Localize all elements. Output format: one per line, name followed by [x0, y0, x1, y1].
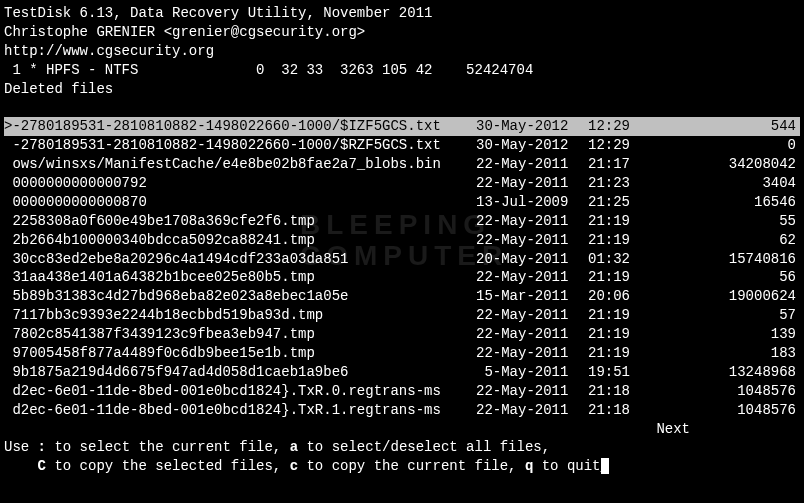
- file-date: 22-May-2011: [476, 231, 588, 250]
- file-date: 30-May-2012: [476, 136, 588, 155]
- file-time: 19:51: [588, 363, 646, 382]
- file-size: 139: [646, 325, 800, 344]
- file-row[interactable]: 7802c8541387f3439123c9fbea3eb947.tmp22-M…: [4, 325, 800, 344]
- file-name: d2ec-6e01-11de-8bed-001e0bcd1824}.TxR.0.…: [4, 382, 476, 401]
- mode-line: Deleted files: [4, 80, 800, 99]
- file-size: 1048576: [646, 401, 800, 420]
- file-time: 21:23: [588, 174, 646, 193]
- file-row[interactable]: 2b2664b100000340bdcca5092ca88241.tmp22-M…: [4, 231, 800, 250]
- file-name: 31aa438e1401a64382b1bcee025e80b5.tmp: [4, 268, 476, 287]
- file-size: 34208042: [646, 155, 800, 174]
- partition-line: 1 * HPFS - NTFS 0 32 33 3263 105 42 5242…: [4, 61, 800, 80]
- file-date: 22-May-2011: [476, 155, 588, 174]
- file-size: 16546: [646, 193, 800, 212]
- file-name: 30cc83ed2ebe8a20296c4a1494cdf233a03da851: [4, 250, 476, 269]
- file-row[interactable]: >-2780189531-2810810882-1498022660-1000/…: [4, 117, 800, 136]
- file-time: 21:18: [588, 401, 646, 420]
- file-date: 15-Mar-2011: [476, 287, 588, 306]
- file-row[interactable]: d2ec-6e01-11de-8bed-001e0bcd1824}.TxR.0.…: [4, 382, 800, 401]
- file-time: 21:19: [588, 212, 646, 231]
- file-row[interactable]: d2ec-6e01-11de-8bed-001e0bcd1824}.TxR.1.…: [4, 401, 800, 420]
- file-time: 20:06: [588, 287, 646, 306]
- file-name: 2b2664b100000340bdcca5092ca88241.tmp: [4, 231, 476, 250]
- file-date: 22-May-2011: [476, 382, 588, 401]
- file-time: 21:19: [588, 231, 646, 250]
- file-row[interactable]: 7117bb3c9393e2244b18ecbbd519ba93d.tmp22-…: [4, 306, 800, 325]
- file-time: 12:29: [588, 136, 646, 155]
- file-name: 2258308a0f600e49be1708a369cfe2f6.tmp: [4, 212, 476, 231]
- file-size: 19000624: [646, 287, 800, 306]
- file-size: 13248968: [646, 363, 800, 382]
- file-size: 183: [646, 344, 800, 363]
- file-date: 30-May-2012: [476, 117, 588, 136]
- file-time: 21:19: [588, 306, 646, 325]
- file-size: 3404: [646, 174, 800, 193]
- file-time: 21:25: [588, 193, 646, 212]
- file-name: >-2780189531-2810810882-1498022660-1000/…: [4, 117, 476, 136]
- file-name: 0000000000000792: [4, 174, 476, 193]
- file-size: 57: [646, 306, 800, 325]
- file-row[interactable]: 000000000000087013-Jul-200921:2516546: [4, 193, 800, 212]
- url-line: http://www.cgsecurity.org: [4, 42, 800, 61]
- file-date: 5-May-2011: [476, 363, 588, 382]
- file-name: d2ec-6e01-11de-8bed-001e0bcd1824}.TxR.1.…: [4, 401, 476, 420]
- file-time: 01:32: [588, 250, 646, 269]
- file-time: 21:17: [588, 155, 646, 174]
- file-name: ows/winsxs/ManifestCache/e4e8be02b8fae2a…: [4, 155, 476, 174]
- file-name: 5b89b31383c4d27bd968eba82e023a8ebec1a05e: [4, 287, 476, 306]
- app-title: TestDisk 6.13, Data Recovery Utility, No…: [4, 4, 800, 23]
- file-name: 7117bb3c9393e2244b18ecbbd519ba93d.tmp: [4, 306, 476, 325]
- file-row[interactable]: 9b1875a219d4d6675f947ad4d058d1caeb1a9be6…: [4, 363, 800, 382]
- file-name: 0000000000000870: [4, 193, 476, 212]
- file-size: 0: [646, 136, 800, 155]
- file-size: 55: [646, 212, 800, 231]
- file-date: 22-May-2011: [476, 268, 588, 287]
- file-row[interactable]: 31aa438e1401a64382b1bcee025e80b5.tmp22-M…: [4, 268, 800, 287]
- file-time: 21:18: [588, 382, 646, 401]
- file-date: 22-May-2011: [476, 325, 588, 344]
- file-name: 97005458f877a4489f0c6db9bee15e1b.tmp: [4, 344, 476, 363]
- file-date: 22-May-2011: [476, 306, 588, 325]
- help-line-1: Use : to select the current file, a to s…: [4, 438, 800, 457]
- file-time: 12:29: [588, 117, 646, 136]
- file-date: 22-May-2011: [476, 174, 588, 193]
- file-row[interactable]: 97005458f877a4489f0c6db9bee15e1b.tmp22-M…: [4, 344, 800, 363]
- file-date: 13-Jul-2009: [476, 193, 588, 212]
- next-indicator: Next: [4, 420, 800, 439]
- file-row[interactable]: 2258308a0f600e49be1708a369cfe2f6.tmp22-M…: [4, 212, 800, 231]
- author-line: Christophe GRENIER <grenier@cgsecurity.o…: [4, 23, 800, 42]
- file-size: 1048576: [646, 382, 800, 401]
- file-size: 56: [646, 268, 800, 287]
- file-name: -2780189531-2810810882-1498022660-1000/$…: [4, 136, 476, 155]
- file-size: 544: [646, 117, 800, 136]
- blank-line: [4, 98, 800, 117]
- file-date: 20-May-2011: [476, 250, 588, 269]
- file-row[interactable]: 30cc83ed2ebe8a20296c4a1494cdf233a03da851…: [4, 250, 800, 269]
- file-size: 15740816: [646, 250, 800, 269]
- help-line-2: C to copy the selected files, c to copy …: [4, 457, 800, 476]
- file-time: 21:19: [588, 325, 646, 344]
- file-name: 9b1875a219d4d6675f947ad4d058d1caeb1a9be6: [4, 363, 476, 382]
- file-date: 22-May-2011: [476, 344, 588, 363]
- file-size: 62: [646, 231, 800, 250]
- file-list[interactable]: >-2780189531-2810810882-1498022660-1000/…: [4, 117, 800, 419]
- file-row[interactable]: -2780189531-2810810882-1498022660-1000/$…: [4, 136, 800, 155]
- file-row[interactable]: ows/winsxs/ManifestCache/e4e8be02b8fae2a…: [4, 155, 800, 174]
- file-row[interactable]: 000000000000079222-May-201121:233404: [4, 174, 800, 193]
- file-time: 21:19: [588, 268, 646, 287]
- file-date: 22-May-2011: [476, 212, 588, 231]
- file-name: 7802c8541387f3439123c9fbea3eb947.tmp: [4, 325, 476, 344]
- file-date: 22-May-2011: [476, 401, 588, 420]
- file-row[interactable]: 5b89b31383c4d27bd968eba82e023a8ebec1a05e…: [4, 287, 800, 306]
- file-time: 21:19: [588, 344, 646, 363]
